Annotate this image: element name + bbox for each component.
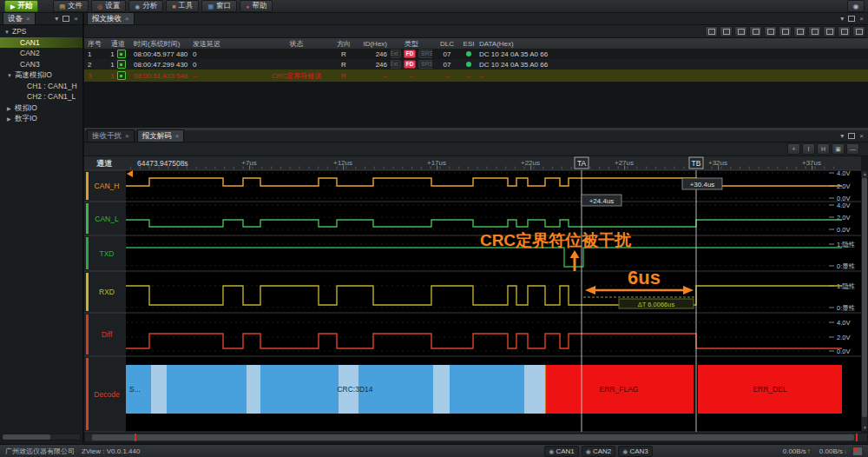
sidebar-item-CAN2[interactable]: CAN2 bbox=[0, 48, 82, 59]
dropdown-icon[interactable]: ▾ bbox=[840, 15, 844, 23]
close-icon[interactable]: × bbox=[859, 132, 864, 140]
close-icon[interactable]: × bbox=[125, 132, 129, 140]
col-dlc[interactable]: DLC bbox=[432, 40, 462, 48]
start-button[interactable]: ▶ 开始 bbox=[4, 0, 38, 12]
menu-item-label: 工具 bbox=[178, 1, 193, 11]
stop-icon[interactable] bbox=[779, 26, 792, 37]
col-ch[interactable]: 通道 bbox=[106, 39, 130, 49]
gap-label: 6us bbox=[628, 267, 661, 288]
scroll-down-icon[interactable]: ▼ bbox=[863, 426, 867, 430]
sidebar-item-CH1 : CAN1_H[interactable]: CH1 : CAN1_H bbox=[0, 81, 82, 92]
col-no[interactable]: 序号 bbox=[84, 39, 106, 49]
tab-device[interactable]: 设备 × bbox=[3, 12, 36, 24]
scale-label: 2.0V bbox=[837, 334, 850, 341]
dropdown-icon[interactable]: ▾ bbox=[55, 15, 58, 23]
open-icon[interactable] bbox=[720, 26, 733, 37]
close-icon[interactable]: × bbox=[26, 15, 30, 23]
channel-strip-CAN_L bbox=[86, 203, 89, 234]
col-type[interactable]: 类型 bbox=[391, 39, 432, 49]
cell-dlc: 07 bbox=[432, 50, 462, 58]
frame-type-badge: BRS bbox=[418, 50, 432, 58]
decode-label: S... bbox=[129, 385, 141, 394]
menu-item-4[interactable]: ■工具 bbox=[166, 0, 199, 12]
col-dir[interactable]: 方向 bbox=[332, 39, 355, 49]
sidebar-item-ZPS[interactable]: ▼ZPS bbox=[0, 26, 82, 37]
horizontal-cursor-icon[interactable]: H bbox=[817, 143, 830, 155]
save-icon[interactable] bbox=[705, 26, 718, 37]
col-data[interactable]: DATA(Hex) bbox=[476, 40, 868, 48]
sidebar-item-CAN3[interactable]: CAN3 bbox=[0, 59, 82, 70]
close-icon[interactable]: × bbox=[74, 15, 78, 23]
sidebar-item-高速模拟IO[interactable]: ▼高速模拟IO bbox=[0, 70, 82, 81]
decode-stuff-bit bbox=[247, 365, 260, 414]
scale-label: 0.0V bbox=[837, 226, 850, 234]
svg-text:TB: TB bbox=[692, 159, 701, 168]
wave-menu-icon[interactable]: — bbox=[846, 143, 859, 155]
column-settings-icon[interactable] bbox=[838, 26, 851, 37]
close-icon[interactable]: × bbox=[175, 132, 180, 140]
pause-display-icon[interactable] bbox=[852, 26, 865, 37]
cell-type: ExtFDBRS bbox=[391, 60, 432, 69]
wave-vscrollbar-thumb[interactable] bbox=[862, 178, 867, 417]
message-tab-bar: 报文接收 × ▾ × bbox=[84, 13, 868, 25]
menu-item-5[interactable]: ▦窗口 bbox=[201, 0, 237, 12]
menu-item-1[interactable]: ▤文件 bbox=[53, 0, 89, 12]
table-row[interactable]: 3108:00:51.433 548--CRC定界符错误R---------- bbox=[84, 70, 868, 82]
col-id[interactable]: ID(Hex) bbox=[355, 40, 391, 48]
col-delay[interactable]: 发送延迟 bbox=[189, 39, 260, 49]
float-icon[interactable] bbox=[848, 133, 855, 139]
channel-indicator bbox=[117, 71, 126, 80]
fit-view-icon[interactable]: ▣ bbox=[832, 143, 845, 155]
clear-icon[interactable] bbox=[749, 26, 762, 37]
scroll-lock-icon[interactable] bbox=[808, 26, 821, 37]
status-channel-CAN2[interactable]: ◉CAN2 bbox=[582, 446, 615, 457]
float-icon[interactable] bbox=[848, 16, 855, 22]
table-body: 1108:00:45.977 4800R246ExtFDBRS07DC 10 2… bbox=[84, 49, 868, 82]
sidebar-item-CAN1[interactable]: CAN1 bbox=[0, 37, 82, 49]
sidebar-item-CH2 : CAN1_L[interactable]: CH2 : CAN1_L bbox=[0, 91, 82, 103]
close-icon[interactable]: × bbox=[859, 15, 864, 23]
wave-hscrollbar-thumb[interactable] bbox=[92, 434, 854, 440]
channel-strip-TXD bbox=[86, 237, 89, 269]
message-toolbar bbox=[84, 25, 868, 38]
menu-item-6[interactable]: ●帮助 bbox=[240, 0, 273, 12]
float-icon[interactable] bbox=[62, 16, 69, 22]
sidebar-item-数字IO[interactable]: ▶数字IO bbox=[0, 113, 82, 124]
dropdown-icon[interactable]: ▾ bbox=[840, 132, 844, 140]
zoom-in-icon[interactable]: + bbox=[787, 143, 800, 155]
table-row[interactable]: 1108:00:45.977 4800R246ExtFDBRS07DC 10 2… bbox=[84, 49, 868, 59]
cell-esi: -- bbox=[462, 72, 476, 80]
sidebar-item-模拟IO[interactable]: ▶模拟IO bbox=[0, 103, 82, 114]
table-row[interactable]: 2108:00:47.299 4300R246ExtFDBRS07DC 10 2… bbox=[84, 59, 868, 70]
tab-message-decode[interactable]: 报文解码 × bbox=[137, 129, 185, 142]
col-status[interactable]: 状态 bbox=[260, 39, 332, 49]
col-esi[interactable]: ESI bbox=[462, 40, 476, 48]
sidebar-hscrollbar-thumb[interactable] bbox=[3, 434, 50, 440]
cell-data: DC 10 24 0A 35 A0 66 bbox=[476, 50, 868, 58]
tab-message-receive[interactable]: 报文接收 × bbox=[87, 12, 135, 24]
expand-icon[interactable]: ▶ bbox=[7, 114, 11, 125]
filter-icon[interactable] bbox=[793, 26, 806, 37]
screenshot-button[interactable]: ◉ bbox=[847, 0, 865, 12]
status-channel-CAN1[interactable]: ◉CAN1 bbox=[544, 446, 578, 457]
scale-label: 4.0V bbox=[837, 319, 850, 327]
wave-toolbar: +IH▣— bbox=[84, 142, 868, 156]
status-channel-CAN3[interactable]: ◉CAN3 bbox=[618, 446, 652, 457]
start-label: 开始 bbox=[17, 1, 32, 11]
waveform-canvas[interactable]: 通道64473.947508s+7us+12us+17us+22us+27us+… bbox=[84, 156, 861, 433]
id-filter-icon[interactable] bbox=[823, 26, 836, 37]
tree-label: CAN1 bbox=[20, 37, 40, 49]
export-icon[interactable] bbox=[734, 26, 747, 37]
arrow-down-icon: ↓ bbox=[844, 447, 847, 455]
send-icon[interactable] bbox=[764, 26, 777, 37]
close-icon[interactable]: × bbox=[125, 15, 129, 23]
tab-receive-interference[interactable]: 接收干扰 × bbox=[87, 129, 135, 142]
channel-label: CAN2 bbox=[593, 447, 611, 455]
menu-item-2[interactable]: ◎设置 bbox=[91, 0, 126, 12]
play-icon: ▶ bbox=[10, 3, 15, 10]
vertical-cursor-icon[interactable]: I bbox=[802, 143, 815, 155]
folder-icon: ▤ bbox=[59, 3, 65, 10]
col-time[interactable]: 时间(系统时间) bbox=[130, 39, 189, 49]
menu-item-3[interactable]: ◉分析 bbox=[128, 0, 163, 12]
scroll-up-icon[interactable]: ▲ bbox=[863, 172, 867, 176]
